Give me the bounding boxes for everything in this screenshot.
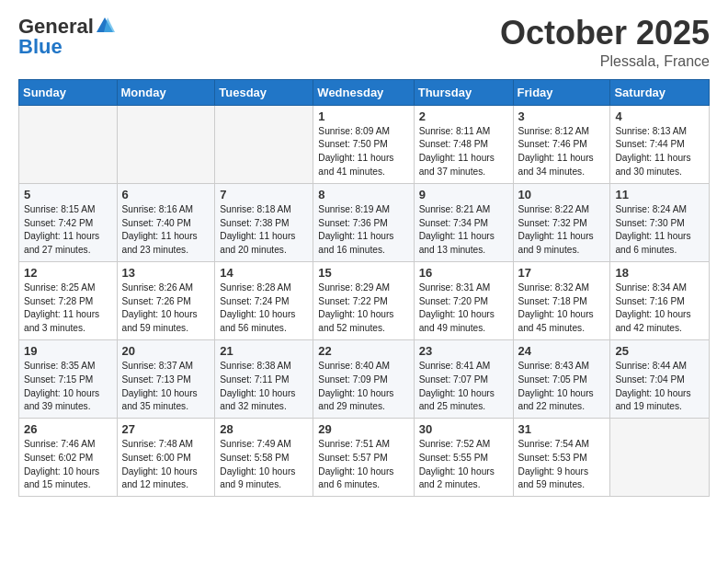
day-info: Sunrise: 8:12 AM Sunset: 7:46 PM Dayligh… <box>518 125 606 179</box>
calendar-cell: 11Sunrise: 8:24 AM Sunset: 7:30 PM Dayli… <box>610 183 710 261</box>
calendar-cell: 19Sunrise: 8:35 AM Sunset: 7:15 PM Dayli… <box>19 339 118 418</box>
calendar-week-row: 26Sunrise: 7:46 AM Sunset: 6:02 PM Dayli… <box>19 419 710 497</box>
calendar-cell: 23Sunrise: 8:41 AM Sunset: 7:07 PM Dayli… <box>414 339 513 418</box>
calendar-cell: 3Sunrise: 8:12 AM Sunset: 7:46 PM Daylig… <box>513 105 610 183</box>
weekday-header-wednesday: Wednesday <box>313 79 414 105</box>
day-info: Sunrise: 7:49 AM Sunset: 5:58 PM Dayligh… <box>220 438 308 492</box>
calendar-week-row: 12Sunrise: 8:25 AM Sunset: 7:28 PM Dayli… <box>19 261 710 339</box>
day-number: 6 <box>122 188 210 201</box>
day-info: Sunrise: 8:28 AM Sunset: 7:24 PM Dayligh… <box>220 282 308 336</box>
calendar-cell: 1Sunrise: 8:09 AM Sunset: 7:50 PM Daylig… <box>313 105 414 183</box>
day-number: 5 <box>24 188 112 201</box>
calendar-cell: 5Sunrise: 8:15 AM Sunset: 7:42 PM Daylig… <box>19 183 118 261</box>
weekday-header-friday: Friday <box>513 79 610 105</box>
day-info: Sunrise: 8:25 AM Sunset: 7:28 PM Dayligh… <box>24 282 112 336</box>
day-number: 26 <box>24 422 112 436</box>
calendar-cell <box>19 105 118 183</box>
calendar-cell: 31Sunrise: 7:54 AM Sunset: 5:53 PM Dayli… <box>513 419 610 497</box>
day-info: Sunrise: 8:22 AM Sunset: 7:32 PM Dayligh… <box>518 203 606 258</box>
weekday-header-saturday: Saturday <box>610 79 710 105</box>
day-info: Sunrise: 8:38 AM Sunset: 7:11 PM Dayligh… <box>220 360 308 414</box>
calendar-cell: 21Sunrise: 8:38 AM Sunset: 7:11 PM Dayli… <box>215 339 313 418</box>
day-number: 17 <box>518 266 606 280</box>
weekday-header-monday: Monday <box>117 79 215 105</box>
day-info: Sunrise: 7:54 AM Sunset: 5:53 PM Dayligh… <box>518 438 606 492</box>
logo: General Blue <box>18 15 115 59</box>
calendar-cell: 6Sunrise: 8:16 AM Sunset: 7:40 PM Daylig… <box>117 183 215 261</box>
day-info: Sunrise: 8:34 AM Sunset: 7:16 PM Dayligh… <box>615 282 704 336</box>
day-number: 21 <box>220 344 308 358</box>
day-info: Sunrise: 8:09 AM Sunset: 7:50 PM Dayligh… <box>318 125 408 179</box>
day-info: Sunrise: 8:15 AM Sunset: 7:42 PM Dayligh… <box>24 203 112 258</box>
day-info: Sunrise: 8:29 AM Sunset: 7:22 PM Dayligh… <box>318 282 408 336</box>
calendar-cell: 17Sunrise: 8:32 AM Sunset: 7:18 PM Dayli… <box>513 261 610 339</box>
day-number: 2 <box>419 109 508 123</box>
day-info: Sunrise: 8:43 AM Sunset: 7:05 PM Dayligh… <box>518 360 606 414</box>
calendar-cell: 7Sunrise: 8:18 AM Sunset: 7:38 PM Daylig… <box>215 183 313 261</box>
calendar-cell: 22Sunrise: 8:40 AM Sunset: 7:09 PM Dayli… <box>313 339 414 418</box>
calendar-cell: 30Sunrise: 7:52 AM Sunset: 5:55 PM Dayli… <box>414 419 513 497</box>
day-info: Sunrise: 8:37 AM Sunset: 7:13 PM Dayligh… <box>122 360 210 414</box>
page: General Blue October 2025 Plessala, Fran… <box>0 0 728 511</box>
calendar-week-row: 1Sunrise: 8:09 AM Sunset: 7:50 PM Daylig… <box>19 105 710 183</box>
day-number: 14 <box>220 266 308 280</box>
calendar-cell: 25Sunrise: 8:44 AM Sunset: 7:04 PM Dayli… <box>610 339 710 418</box>
day-number: 11 <box>615 188 704 201</box>
day-number: 18 <box>615 266 704 280</box>
calendar-cell <box>215 105 313 183</box>
day-info: Sunrise: 8:40 AM Sunset: 7:09 PM Dayligh… <box>318 360 408 414</box>
day-number: 10 <box>518 188 606 201</box>
day-number: 29 <box>318 422 408 436</box>
logo-icon <box>95 16 115 36</box>
calendar-cell: 15Sunrise: 8:29 AM Sunset: 7:22 PM Dayli… <box>313 261 414 339</box>
day-number: 20 <box>122 344 210 358</box>
day-number: 19 <box>24 344 112 358</box>
day-info: Sunrise: 8:21 AM Sunset: 7:34 PM Dayligh… <box>419 203 508 258</box>
day-info: Sunrise: 8:19 AM Sunset: 7:36 PM Dayligh… <box>318 203 408 258</box>
day-number: 3 <box>518 109 606 123</box>
day-info: Sunrise: 8:16 AM Sunset: 7:40 PM Dayligh… <box>122 203 210 258</box>
day-info: Sunrise: 8:41 AM Sunset: 7:07 PM Dayligh… <box>419 360 508 414</box>
day-number: 28 <box>220 422 308 436</box>
calendar-cell: 12Sunrise: 8:25 AM Sunset: 7:28 PM Dayli… <box>19 261 118 339</box>
header: General Blue October 2025 Plessala, Fran… <box>18 15 710 70</box>
day-number: 22 <box>318 344 408 358</box>
day-number: 1 <box>318 109 408 123</box>
day-info: Sunrise: 8:11 AM Sunset: 7:48 PM Dayligh… <box>419 125 508 179</box>
day-info: Sunrise: 8:35 AM Sunset: 7:15 PM Dayligh… <box>24 360 112 414</box>
day-number: 30 <box>419 422 508 436</box>
calendar-cell: 4Sunrise: 8:13 AM Sunset: 7:44 PM Daylig… <box>610 105 710 183</box>
day-number: 13 <box>122 266 210 280</box>
calendar-cell: 9Sunrise: 8:21 AM Sunset: 7:34 PM Daylig… <box>414 183 513 261</box>
day-number: 23 <box>419 344 508 358</box>
calendar-cell: 24Sunrise: 8:43 AM Sunset: 7:05 PM Dayli… <box>513 339 610 418</box>
title-block: October 2025 Plessala, France <box>500 15 710 70</box>
weekday-header-sunday: Sunday <box>19 79 118 105</box>
calendar: SundayMondayTuesdayWednesdayThursdayFrid… <box>18 79 710 498</box>
day-number: 24 <box>518 344 606 358</box>
calendar-cell: 13Sunrise: 8:26 AM Sunset: 7:26 PM Dayli… <box>117 261 215 339</box>
calendar-cell: 18Sunrise: 8:34 AM Sunset: 7:16 PM Dayli… <box>610 261 710 339</box>
weekday-header-row: SundayMondayTuesdayWednesdayThursdayFrid… <box>19 79 710 105</box>
calendar-cell: 29Sunrise: 7:51 AM Sunset: 5:57 PM Dayli… <box>313 419 414 497</box>
weekday-header-tuesday: Tuesday <box>215 79 313 105</box>
day-info: Sunrise: 7:51 AM Sunset: 5:57 PM Dayligh… <box>318 438 408 492</box>
calendar-cell: 27Sunrise: 7:48 AM Sunset: 6:00 PM Dayli… <box>117 419 215 497</box>
day-number: 15 <box>318 266 408 280</box>
month-title: October 2025 <box>500 15 710 52</box>
weekday-header-thursday: Thursday <box>414 79 513 105</box>
calendar-cell: 16Sunrise: 8:31 AM Sunset: 7:20 PM Dayli… <box>414 261 513 339</box>
day-info: Sunrise: 8:32 AM Sunset: 7:18 PM Dayligh… <box>518 282 606 336</box>
calendar-week-row: 5Sunrise: 8:15 AM Sunset: 7:42 PM Daylig… <box>19 183 710 261</box>
calendar-cell <box>610 419 710 497</box>
day-number: 12 <box>24 266 112 280</box>
day-number: 4 <box>615 109 704 123</box>
calendar-cell: 26Sunrise: 7:46 AM Sunset: 6:02 PM Dayli… <box>19 419 118 497</box>
calendar-cell: 20Sunrise: 8:37 AM Sunset: 7:13 PM Dayli… <box>117 339 215 418</box>
location: Plessala, France <box>500 53 710 70</box>
day-number: 7 <box>220 188 308 201</box>
day-info: Sunrise: 8:24 AM Sunset: 7:30 PM Dayligh… <box>615 203 704 258</box>
day-info: Sunrise: 8:26 AM Sunset: 7:26 PM Dayligh… <box>122 282 210 336</box>
day-number: 9 <box>419 188 508 201</box>
calendar-cell: 10Sunrise: 8:22 AM Sunset: 7:32 PM Dayli… <box>513 183 610 261</box>
